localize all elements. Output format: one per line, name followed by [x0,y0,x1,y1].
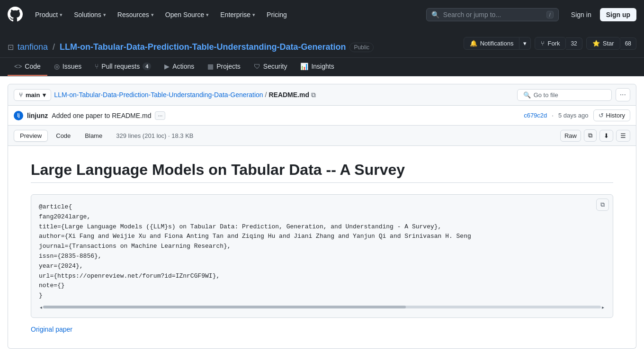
list-icon: ☰ [620,132,626,139]
tab-projects[interactable]: ▦ Projects [201,58,247,76]
notifications-dropdown[interactable]: ▾ [519,37,531,50]
avatar: lj [14,111,23,120]
nav-enterprise[interactable]: Enterprise ▾ [215,8,260,21]
nav-product-chevron: ▾ [60,12,63,18]
github-logo[interactable] [8,7,23,23]
scroll-right-arrow[interactable]: ▸ [601,305,605,310]
header: Product ▾ Solutions ▾ Resources ▾ Open S… [0,0,644,29]
star-group: ⭐ Star 68 [586,37,636,50]
star-icon: ⭐ [592,40,600,47]
code-icon: <> [14,63,22,70]
repo-name-link[interactable]: LLM-on-Tabular-Data-Prediction-Table-Und… [60,42,346,52]
nav-resources[interactable]: Resources ▾ [113,8,159,21]
code-copy-button[interactable]: ⧉ [596,199,609,211]
branch-name: main [26,91,40,99]
search-placeholder: Search or jump to... [443,11,543,18]
original-paper-link[interactable]: Original paper [31,326,72,333]
signup-button[interactable]: Sign up [600,8,636,21]
file-view-tabs: Preview Code Blame [14,130,108,142]
file-info: 329 lines (201 loc) · 18.3 KB [116,132,193,139]
tab-insights[interactable]: 📊 Insights [294,58,340,76]
commit-message: Added one paper to README.md [52,112,151,119]
nav-open-source[interactable]: Open Source ▾ [161,8,214,21]
repo-actions: 🔔 Notifications ▾ ⑂ Fork 32 ⭐ Star 68 [464,37,636,57]
commit-author-link[interactable]: linjunz [27,112,48,119]
copy-icon: ⧉ [588,132,592,139]
original-paper-paragraph: Original paper [31,326,613,333]
tab-security[interactable]: 🛡 Security [247,58,294,76]
tab-pr-label: Pull requests [101,63,140,70]
repo-owner-link[interactable]: tanfiona [18,42,48,52]
repo-tabs: <> Code ◎ Issues ⑂ Pull requests 4 ▶ Act… [0,58,644,76]
star-button[interactable]: ⭐ Star [586,37,620,50]
commit-separator: · [552,112,554,119]
list-button[interactable]: ☰ [616,130,630,142]
tab-blame[interactable]: Blame [79,130,108,142]
repo-separator: / [53,42,55,52]
scrollbar-thumb [43,306,406,308]
scrollbar-track[interactable] [43,306,601,308]
nav-solutions[interactable]: Solutions ▾ [69,8,111,21]
nav-open-source-chevron: ▾ [206,12,209,18]
bell-icon: 🔔 [470,40,477,47]
code-block: @article{ fang2024large, title={Large La… [39,202,605,301]
history-icon: ↺ [599,112,604,119]
copy-button[interactable]: ⧉ [584,129,597,142]
tab-preview[interactable]: Preview [14,130,48,142]
repo-visibility-badge: Public [349,43,374,52]
file-view-actions: Raw ⧉ ⬇ ☰ [560,129,630,142]
scrollbar-area: ◂ ▸ [39,305,605,310]
more-options-button[interactable]: ··· [616,88,630,101]
tab-code[interactable]: <> Code [8,58,47,76]
file-path-root-link[interactable]: LLM-on-Tabular-Data-Prediction-Table-Und… [54,91,263,99]
commit-time: 5 days ago [558,112,589,119]
file-bar: ⑂ main ▾ LLM-on-Tabular-Data-Prediction-… [8,84,636,106]
commit-bar-right: c679c2d · 5 days ago ↺ History [524,109,630,121]
signin-button[interactable]: Sign in [566,9,596,21]
branch-chevron: ▾ [43,91,46,99]
file-path-sep: / [265,91,267,99]
history-button[interactable]: ↺ History [593,109,630,121]
repo-header-left: ⊡ tanfiona / LLM-on-Tabular-Data-Predict… [8,42,374,52]
nav-product-label: Product [35,11,58,18]
nav-pricing[interactable]: Pricing [262,8,292,21]
repo-header: ⊡ tanfiona / LLM-on-Tabular-Data-Predict… [0,29,644,58]
tab-code[interactable]: Code [50,130,77,142]
fork-group: ⑂ Fork 32 [535,37,582,50]
tab-issues[interactable]: ◎ Issues [47,58,88,76]
copy-path-icon[interactable]: ⧉ [311,91,316,99]
file-view-header: Preview Code Blame 329 lines (201 loc) ·… [8,126,636,146]
tab-projects-label: Projects [216,63,241,70]
branch-selector[interactable]: ⑂ main ▾ [14,89,51,101]
notifications-group: 🔔 Notifications ▾ [464,37,531,50]
nav-enterprise-chevron: ▾ [252,12,255,18]
md-title: Large Language Models on Tabular Data --… [31,161,613,183]
nav-open-source-label: Open Source [165,11,205,18]
code-block-wrapper: ⧉ @article{ fang2024large, title={Large … [31,194,613,318]
nav-product[interactable]: Product ▾ [30,8,67,21]
search-box[interactable]: 🔍 Search or jump to... / [426,8,559,21]
commit-ellipsis[interactable]: ··· [155,111,165,120]
tab-pull-requests[interactable]: ⑂ Pull requests 4 [88,58,158,76]
issue-icon: ◎ [54,63,60,70]
file-path: LLM-on-Tabular-Data-Prediction-Table-Und… [54,91,316,99]
search-small-icon: 🔍 [523,91,531,99]
notifications-button[interactable]: 🔔 Notifications [464,37,520,50]
go-to-file-label: Go to file [534,91,558,99]
notifications-label: Notifications [480,40,514,47]
tab-pr-badge: 4 [143,63,151,70]
scroll-left-arrow[interactable]: ◂ [39,305,43,310]
raw-button[interactable]: Raw [560,130,581,142]
fork-button[interactable]: ⑂ Fork [535,37,566,50]
nav-pricing-label: Pricing [267,11,287,18]
star-count[interactable]: 68 [620,37,636,50]
go-to-file-button[interactable]: 🔍 Go to file [517,89,612,101]
repo-icon: ⊡ [8,43,14,52]
file-path-current: README.md [268,91,309,99]
tab-actions[interactable]: ▶ Actions [158,58,201,76]
download-button[interactable]: ⬇ [599,130,613,142]
fork-count[interactable]: 32 [566,37,582,50]
commit-sha-link[interactable]: c679c2d [524,112,547,119]
pr-icon: ⑂ [95,63,98,70]
insights-icon: 📊 [300,63,308,70]
